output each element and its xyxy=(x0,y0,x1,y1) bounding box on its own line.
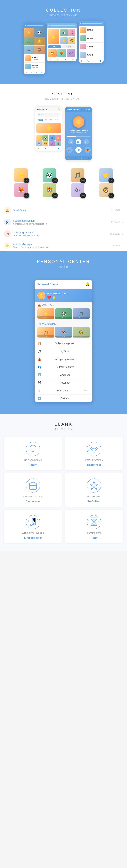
nav-tab[interactable]: 🎵 xyxy=(72,157,79,159)
tab[interactable]: ❤ xyxy=(34,71,40,74)
mini-cell: 🐯 xyxy=(43,141,48,146)
list-thumb xyxy=(25,55,31,61)
cat-tab[interactable]: 民谣 xyxy=(54,119,59,121)
list-thumb xyxy=(25,64,31,69)
music-thumb[interactable]: 🌟 xyxy=(99,168,113,182)
menu-item-about[interactable]: ℹ️ About Us › xyxy=(34,371,93,379)
music-thumb[interactable]: 🎵 xyxy=(71,168,84,182)
tab[interactable]: 🔍 xyxy=(85,59,91,63)
collect-btn[interactable]: Collect xyxy=(62,45,75,48)
music-thumb[interactable]: 🐼 xyxy=(43,168,56,182)
media-thumb[interactable]: 🎵 Play Me xyxy=(73,308,90,319)
list-item: 儿童音乐 xyxy=(79,42,104,51)
menu-item-song[interactable]: 🎵 My Song › xyxy=(34,347,93,355)
collection-action[interactable]: To Collect xyxy=(87,500,101,503)
offline-section-label: 📥 Offline Cache xyxy=(34,302,93,308)
nav-tab[interactable]: 🏠 xyxy=(65,157,72,159)
music-thumb[interactable]: 🎶 xyxy=(71,183,84,197)
menu-item-activities[interactable]: 🎪 Participating Activities › xyxy=(34,355,93,363)
notif-desc: Your item has been shipped. xyxy=(13,234,108,237)
nav-tab[interactable]: 👤 xyxy=(85,157,92,159)
mini-cell: 🐼 xyxy=(43,135,48,141)
list-item: 音乐推荐 儿童必听 xyxy=(24,54,45,63)
menu-item-label: Order Management xyxy=(43,342,87,345)
record-btn[interactable]: ⏺ xyxy=(75,147,82,153)
thumb-label: Panda xyxy=(55,317,72,318)
img-cell: 🌟 xyxy=(34,37,45,45)
tab[interactable]: 🔍 xyxy=(29,71,34,74)
listen-btn[interactable]: Listen xyxy=(48,45,61,48)
media-thumb[interactable]: ⭐ 小星星 xyxy=(37,308,54,319)
media-thumb[interactable]: 🐼 Panda xyxy=(55,308,72,319)
menu-item-settings[interactable]: ⚙️ Settings › xyxy=(34,395,93,402)
thumb: 🎵 xyxy=(68,29,75,36)
cache-action[interactable]: Cache Now xyxy=(26,500,40,503)
vinyl-overlay xyxy=(80,192,86,198)
tab[interactable]: ❤ xyxy=(91,59,98,63)
profile-name: Dark Horse Youth xyxy=(47,292,68,295)
music-thumb[interactable]: 🐯 xyxy=(43,183,56,197)
music-thumb[interactable]: ⭐ xyxy=(14,168,28,182)
singing-action[interactable]: Sing Together xyxy=(24,536,42,539)
nav-tab[interactable]: 🏠 xyxy=(35,148,42,150)
notif-item-system[interactable]: 🔊 System Notification Congratulations on… xyxy=(4,216,123,228)
media-thumb[interactable]: 🦁 Lion xyxy=(73,327,90,338)
recording-title: Recording Songs xyxy=(67,108,82,111)
music-emoji: 🐼 xyxy=(46,172,53,178)
prev-btn[interactable]: ⏮ xyxy=(68,139,74,145)
history-section-label: 🕐 Watch history xyxy=(34,321,93,327)
music-thumb[interactable]: 🦁 xyxy=(99,183,113,197)
cache-label: No Cached Content xyxy=(23,495,43,498)
list-thumb xyxy=(80,35,86,41)
svg-text:✦: ✦ xyxy=(98,487,99,489)
share-btn[interactable]: 📤 xyxy=(84,147,91,153)
play-btn[interactable]: ▶ xyxy=(76,139,81,145)
notif-item-small-stars[interactable]: 🔔 Small Stars 2019/8/13 › xyxy=(4,205,123,216)
tab[interactable]: 👤 xyxy=(40,71,45,74)
list-title: 轻松音乐 xyxy=(32,65,38,67)
svg-point-14 xyxy=(34,487,34,488)
notif-item-shopping[interactable]: 🛍 Shopping Dynamic Your item has been sh… xyxy=(4,228,123,240)
svg-rect-11 xyxy=(29,484,36,489)
menu-item-feedback[interactable]: 💬 Feedback › xyxy=(34,379,93,387)
notif-arrow-icon: › xyxy=(122,244,123,247)
media-thumb[interactable]: 🐯 Tiger xyxy=(55,327,72,338)
notif-title: System Notification xyxy=(13,219,109,222)
no-news-action[interactable]: Return xyxy=(29,463,37,466)
music-thumb[interactable]: 🦊 xyxy=(14,183,28,197)
menu-item-footprint[interactable]: 👣 Tourism Footprint › xyxy=(34,363,93,371)
arrow-right-icon[interactable]: › xyxy=(88,294,90,297)
bell-icon[interactable]: 🔔 xyxy=(85,282,90,286)
search-bar[interactable]: 🔍 搜索 xyxy=(37,113,60,117)
nav-tab[interactable]: ❤ xyxy=(49,148,55,150)
network-illustration: ✦ ✦ ✦ xyxy=(86,441,102,457)
menu-item-label: Settings xyxy=(43,397,87,400)
tab[interactable]: 🔍 xyxy=(54,58,61,61)
tab[interactable]: ❤ xyxy=(61,58,69,61)
media-thumb[interactable]: 🎵 儿歌 xyxy=(37,327,54,338)
notif-desc: Yunnan free tourism activities opened xyxy=(13,246,110,248)
network-action[interactable]: Reconnect xyxy=(87,463,101,466)
cat-tab[interactable]: 流行 xyxy=(49,119,53,121)
singing-section: SINGING 歌厅 / 心里歌 / 我的歌厅 / 个人中心 Sing Toge… xyxy=(0,84,127,205)
tab[interactable]: 🏠 xyxy=(79,59,85,63)
tab[interactable]: 👤 xyxy=(69,58,77,61)
nav-tab[interactable]: 🎵 xyxy=(42,148,49,150)
tab[interactable]: 🏠 xyxy=(47,58,54,61)
cat-tab[interactable]: 儿歌 xyxy=(44,119,48,121)
menu-item-cache[interactable]: 🗑 Clear Cache 1.0M › xyxy=(34,387,93,395)
tab[interactable]: 🏠 xyxy=(24,71,29,74)
menu-item-order[interactable]: 📋 Order Management › xyxy=(34,340,93,347)
notif-item-activity[interactable]: ⭐ Activity Message Yunnan free tourism a… xyxy=(4,240,123,251)
svg-text:✦: ✦ xyxy=(36,481,38,483)
phone-header xyxy=(79,21,104,26)
cache-icon: 🗑 xyxy=(37,389,41,392)
tab[interactable]: 👤 xyxy=(97,59,104,63)
nav-tab[interactable]: 👤 xyxy=(55,148,62,150)
next-btn[interactable]: ⏭ xyxy=(83,139,89,145)
mic-btn[interactable]: 🎤 xyxy=(67,147,73,153)
nav-tab[interactable]: ❤ xyxy=(79,157,85,159)
heart-icon: ❤️ xyxy=(47,296,51,299)
cat-tab-active[interactable]: 全部 xyxy=(39,119,43,121)
loading-action[interactable]: Retry xyxy=(91,536,98,539)
